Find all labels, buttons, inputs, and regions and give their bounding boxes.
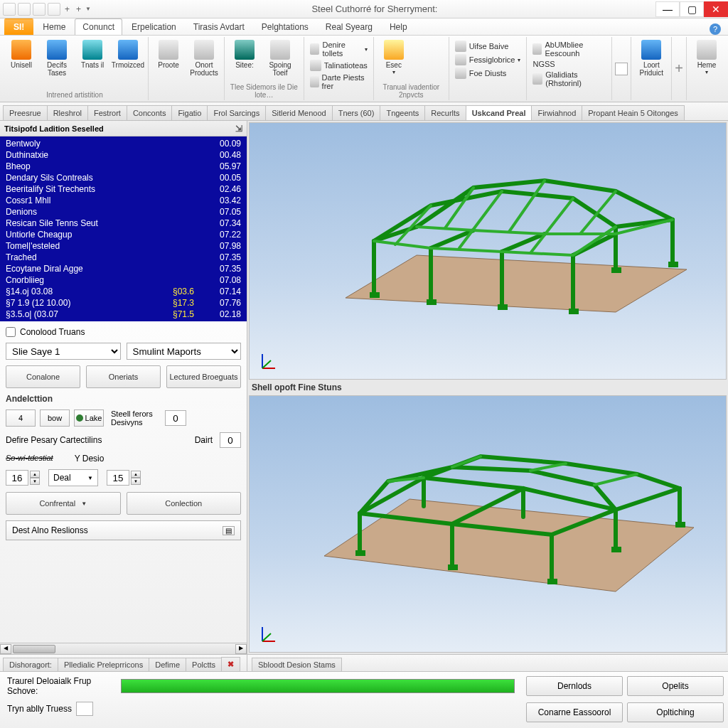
doc-tab-9[interactable]: Recurlts (424, 105, 466, 120)
pin-icon[interactable]: ⇲ (235, 124, 242, 134)
maximize-button[interactable]: ▢ (680, 1, 704, 17)
rb-onort[interactable]: OnortProducts (187, 38, 221, 90)
scroll-right-icon[interactable]: ▶ (235, 644, 247, 654)
doc-tab-10[interactable]: Uskcand Preal (466, 105, 532, 120)
rb-proote[interactable]: Proote (151, 38, 186, 90)
list-row[interactable]: Cossr1 Mhll03.42 (0, 195, 247, 206)
btab-red[interactable]: ✖ (221, 657, 240, 671)
list-row[interactable]: Trached07.35 (0, 252, 247, 263)
opltiching-button[interactable]: Opltiching (627, 702, 724, 722)
rb-abumb[interactable]: AbUMbliee Eescounh (531, 40, 607, 58)
3d-view-top[interactable] (249, 122, 727, 380)
mini-lake[interactable]: Lake (74, 410, 104, 427)
doc-tab-7[interactable]: Tners (60) (332, 105, 381, 120)
slie-select[interactable]: Slie Saye 1 (6, 343, 121, 360)
list-row[interactable]: Bheop05.97 (0, 161, 247, 172)
help-icon[interactable]: ? (710, 23, 721, 35)
rb-ngss[interactable]: NGSS (531, 59, 607, 69)
rb-fessi[interactable]: Fessiglobrice▾ (454, 53, 523, 66)
rb-trmoizced[interactable]: Trmoizced (111, 38, 145, 90)
btab-0[interactable]: Dishoragort: (3, 658, 58, 671)
doc-tab-1[interactable]: Rleshrol (47, 105, 88, 120)
qat-icon-1[interactable] (3, 3, 16, 16)
ribbon-tab-5[interactable]: Real Syearg (318, 18, 380, 35)
scroll-thumb[interactable] (13, 645, 55, 653)
ribbon-file-tab[interactable]: SI! (4, 18, 33, 35)
rb-darte[interactable]: Darte Piests frer (309, 73, 369, 91)
ribbon-tab-3[interactable]: Tirasis Avdart (186, 18, 252, 35)
rb-unisell[interactable]: Unisell (4, 38, 38, 90)
rb-glali[interactable]: Glalidiats (Rhstorinl) (531, 70, 607, 88)
list-row[interactable]: Cnorbliieg07.08 (0, 274, 247, 286)
list-row[interactable]: Bentwoly00.09 (0, 138, 247, 149)
ribbon-tab-help[interactable]: Help (382, 18, 415, 35)
rb-sitee[interactable]: Sitee: (228, 38, 262, 82)
mini-bow[interactable]: bow (40, 410, 70, 427)
expand-icon[interactable]: ▤ (223, 526, 235, 535)
list-row[interactable]: §7 1.9 (12 10.00)§17.307.76 (0, 297, 247, 309)
3d-view-bottom[interactable] (249, 395, 727, 653)
doc-tab-4[interactable]: Figatio (171, 105, 208, 120)
try-input[interactable] (76, 702, 93, 716)
ribbon-tab-2[interactable]: Erpelication (124, 18, 184, 35)
list-row[interactable]: Dendary Sils Contreals00.05 (0, 172, 247, 183)
list-row[interactable]: Untiorle Cheagup07.22 (0, 229, 247, 240)
opelits-button[interactable]: Opelits (627, 676, 724, 696)
rb-foe[interactable]: Foe Diusts (454, 67, 523, 80)
qat-icon-4[interactable] (48, 3, 60, 16)
doc-tab-6[interactable]: Sitlerid Menood (265, 105, 332, 120)
list-row[interactable]: Tomel|'esteled07.98 (0, 240, 247, 252)
conalone-button[interactable]: Conalone (6, 365, 80, 388)
close-button[interactable]: ✕ (704, 1, 728, 17)
confrental-button[interactable]: Confrental▼ (6, 492, 121, 515)
rb-spoing[interactable]: SpoingToeif (263, 38, 297, 82)
left-h-scrollbar[interactable]: ◀ ▶ (0, 643, 247, 654)
spin-2[interactable]: ▲▼ (107, 470, 141, 486)
conlection-button[interactable]: Conlection (127, 492, 242, 515)
ribbon-tab-home[interactable]: Heme (35, 18, 73, 35)
qat-dropdown-icon[interactable]: ▼ (85, 6, 91, 12)
ribbon-tab-4[interactable]: Pelghtations (254, 18, 316, 35)
list-row[interactable]: Resican Sile Tenns Seut07.34 (0, 218, 247, 229)
qat-icon-2[interactable] (18, 3, 31, 16)
rb-uifse[interactable]: Uifse Baive (454, 40, 523, 53)
list-row[interactable]: Beeritalify Sit Trechents02.46 (0, 183, 247, 195)
list-row[interactable]: Ecoytane Diral Agge07.35 (0, 263, 247, 274)
rb-tnats[interactable]: Tnats il (75, 38, 109, 90)
ribbon-checkbox[interactable] (615, 63, 628, 75)
list-row[interactable]: Duthinatxie00.48 (0, 149, 247, 161)
list-row[interactable]: Denions07.05 (0, 206, 247, 218)
rb-talina[interactable]: Talinatioteas (309, 59, 369, 72)
deal-select[interactable]: Deal▼ (48, 469, 98, 486)
properties-list[interactable]: Bentwoly00.09Duthinatxie00.48Bheop05.97D… (0, 136, 247, 321)
list-row[interactable]: §14.oj 03.08§03.607.14 (0, 286, 247, 297)
doc-tab-11[interactable]: Firwiahnod (531, 105, 582, 120)
qat-plus-2[interactable]: + (74, 4, 83, 14)
conarne-button[interactable]: Conarne Eassoorol (526, 702, 623, 722)
btab-2[interactable]: Defime (149, 658, 186, 671)
doc-tab-2[interactable]: Festrort (87, 105, 127, 120)
rb-heme[interactable]: Heme▾ (690, 38, 724, 99)
list-row[interactable]: §3.5.o| (03.07§71.502.18 (0, 309, 247, 320)
rb-esec[interactable]: Esec▾ (377, 38, 411, 82)
qat-icon-3[interactable] (33, 3, 46, 16)
rb-denire[interactable]: Denire tollets▾ (309, 40, 369, 58)
btab-1[interactable]: Plledialic Preleprricons (58, 658, 149, 671)
spin-1[interactable]: ▲▼ (6, 470, 40, 486)
ribbon-tab-connect[interactable]: Conunct (75, 18, 122, 35)
rb-loort[interactable]: LoortPriduict (634, 38, 668, 99)
btab-3[interactable]: Polctts (186, 658, 222, 671)
vtab-0[interactable]: Sbloodt Desion Stams (252, 658, 342, 671)
conolood-checkbox[interactable] (6, 327, 16, 337)
doc-tab-12[interactable]: Propant Heain 5 Oitonges (582, 105, 685, 120)
dernlods-button[interactable]: Dernlods (526, 676, 623, 696)
qat-plus-1[interactable]: + (63, 4, 72, 14)
smulint-select[interactable]: Smulint Maports (127, 343, 242, 360)
doc-tab-8[interactable]: Tngeents (380, 105, 425, 120)
minimize-button[interactable]: — (655, 1, 680, 17)
scroll-left-icon[interactable]: ◀ (0, 644, 11, 654)
mini-4[interactable]: 4 (6, 410, 36, 427)
doc-tab-3[interactable]: Conconts (127, 105, 172, 120)
ribbon-plus-icon[interactable]: + (675, 60, 683, 77)
steel-input[interactable] (165, 410, 186, 426)
